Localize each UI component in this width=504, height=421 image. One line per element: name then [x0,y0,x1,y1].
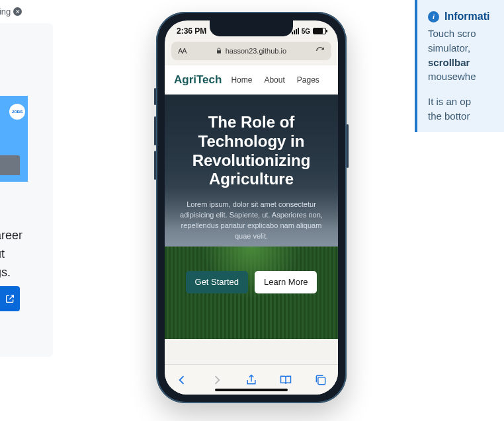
home-indicator[interactable] [215,389,288,391]
monitor-icon [0,155,20,175]
bookmarks-button[interactable] [278,373,293,387]
info-title: Informati [444,11,489,22]
nav-about[interactable]: About [264,75,284,85]
status-right: 5G [292,28,326,35]
info-line: It is an op [428,95,504,109]
text-size-icon[interactable]: AA [178,47,187,55]
ad-card-bg: JOBS areer ut gs. [0,23,53,357]
ad-body-text: areer ut gs. [0,227,22,282]
address-host: hasson23.github.io [216,47,286,55]
advertising-label: Advertising ✕ [0,7,22,17]
information-panel: i Informati Touch scro simulator, scroll… [415,0,504,132]
advertising-text: Advertising [0,7,11,17]
safari-address-bar[interactable]: AA hasson23.github.io [171,42,331,60]
close-ad-icon[interactable]: ✕ [13,7,22,16]
svg-rect-0 [318,377,325,384]
chevron-right-icon [210,373,224,387]
lock-icon [216,48,222,54]
brand-logo[interactable]: AgriTech [174,73,222,87]
learn-more-button[interactable]: Learn More [255,271,317,293]
hero-title: The Role of Technology in Revolutionizin… [175,113,327,189]
info-line: Touch scro [428,26,504,41]
ad-line: gs. [0,264,22,282]
mute-switch [154,88,156,105]
get-started-button[interactable]: Get Started [186,271,248,293]
status-time: 2:36 PM [177,26,206,36]
info-icon: i [428,11,439,22]
reload-icon[interactable] [315,46,325,56]
volume-down [154,151,156,180]
phone-screen: 2:36 PM 5G AA hasson23.github.io AgriTec… [165,20,338,395]
ad-line: ut [0,245,22,264]
tabs-button[interactable] [314,373,328,387]
iphone-frame: 2:36 PM 5G AA hasson23.github.io AgriTec… [156,12,347,403]
share-button[interactable] [244,373,259,387]
left-sidebar-fragment: Advertising ✕ JOBS areer ut gs. [0,0,60,370]
info-body: Touch scro simulator, scrollbar mousewhe… [428,26,504,124]
phone-notch [210,20,293,36]
site-header: AgriTech Home About Pages [165,65,338,95]
info-line: scrollbar [428,56,504,70]
volume-up [154,116,156,145]
nav-menu: Home About Pages [231,75,319,85]
ad-line: areer [0,227,22,245]
info-header: i Informati [428,11,504,22]
tabs-icon [314,373,327,387]
nav-home[interactable]: Home [231,75,252,85]
forward-button [210,373,224,387]
ad-illustration: JOBS [0,96,28,182]
hero-section: The Role of Technology in Revolutionizin… [165,95,338,339]
hero-buttons: Get Started Learn More [175,271,327,293]
chevron-left-icon [175,373,189,387]
share-icon [245,373,258,387]
nav-pages[interactable]: Pages [297,75,319,85]
back-button[interactable] [175,373,189,387]
power-button [347,124,349,168]
info-line: the bottor [428,109,504,124]
info-line: simulator, [428,41,504,56]
book-icon [279,373,292,387]
hero-body: Lorem ipsum, dolor sit amet consectetur … [179,200,324,242]
signal-type: 5G [302,28,310,35]
jobs-badge: JOBS [9,104,25,120]
ad-cta-button[interactable] [0,286,20,311]
host-text: hasson23.github.io [226,47,286,55]
battery-icon [313,28,326,34]
info-line: mousewhe [428,69,504,84]
external-link-icon [5,293,15,304]
